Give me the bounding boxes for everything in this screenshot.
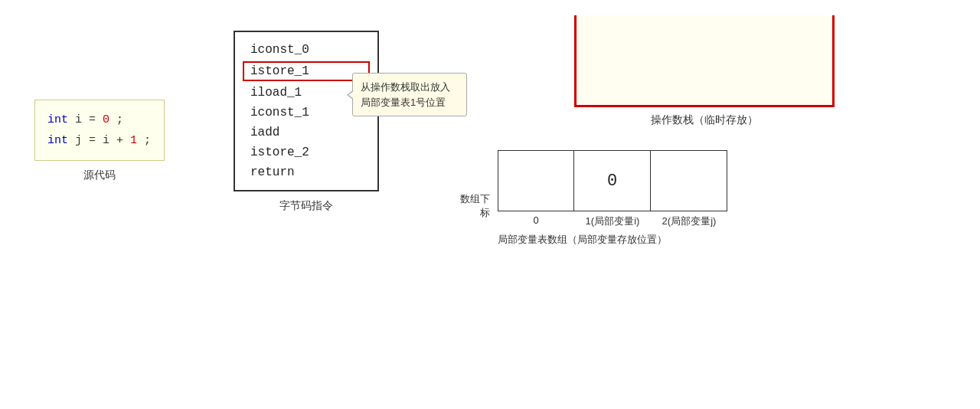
index-label: 数组下标 [452,150,498,220]
local-var-section: 数组下标 0 0 1(局部变量i) 2(局部变量j) 局部变量表数组（局部变量存… [452,150,957,247]
num-0: 0 [103,113,109,126]
source-line-1: int i = 0 ; [47,110,152,130]
keyword-int-1: int [47,113,68,126]
source-code-panel: int i = 0 ; int j = i + 1 ; 源代码 [23,100,176,182]
instr-istore-2: istore_2 [250,142,362,162]
lv-cell-0 [498,150,574,211]
var-j-decl: j = i + [75,134,130,147]
source-line-2: int j = i + 1 ; [47,130,152,151]
local-var-table: 0 0 1(局部变量i) 2(局部变量j) [498,150,957,228]
bytecode-panel: iconst_0 istore_1 iload_1 iconst_1 iadd … [222,31,390,213]
lv-cell-1: 0 [574,150,651,211]
instr-iload-1: iload_1 [250,83,362,103]
lv-cells: 0 [498,150,957,211]
bytecode-label: 字节码指令 [279,199,333,213]
operand-stack-box [574,15,835,107]
operand-stack-label: 操作数栈（临时存放） [651,113,758,127]
local-var-bottom-label: 局部变量表数组（局部变量存放位置） [498,233,957,247]
source-code-box: int i = 0 ; int j = i + 1 ; [34,100,165,161]
semicolon-1: ; [116,113,123,126]
keyword-int-2: int [47,134,68,147]
instr-return: return [250,162,362,182]
instr-istore-1: istore_1 [243,61,370,81]
instr-iconst-1: iconst_1 [250,103,362,123]
tooltip-box: 从操作数栈取出放入局部变量表1号位置 [352,73,467,116]
instr-iadd: iadd [250,123,362,142]
tooltip-text: 从操作数栈取出放入局部变量表1号位置 [361,81,450,108]
instr-iconst-0: iconst_0 [250,40,362,60]
lv-indexes: 0 1(局部变量i) 2(局部变量j) [498,214,957,228]
num-1: 1 [130,134,137,147]
operand-stack-section: 操作数栈（临时存放） [452,15,957,127]
lv-index-0: 0 [498,214,574,228]
lv-cell-2 [651,150,727,211]
local-var-table-wrapper: 数组下标 0 0 1(局部变量i) 2(局部变量j) [452,150,957,228]
lv-index-2: 2(局部变量j) [651,214,727,228]
lv-index-1: 1(局部变量i) [574,214,651,228]
right-panels: 操作数栈（临时存放） 数组下标 0 0 1(局部变量i) 2(局部变量j) [452,15,957,247]
source-label: 源代码 [83,169,116,182]
var-i-decl: i = [75,113,103,126]
semicolon-2: ; [144,134,151,147]
